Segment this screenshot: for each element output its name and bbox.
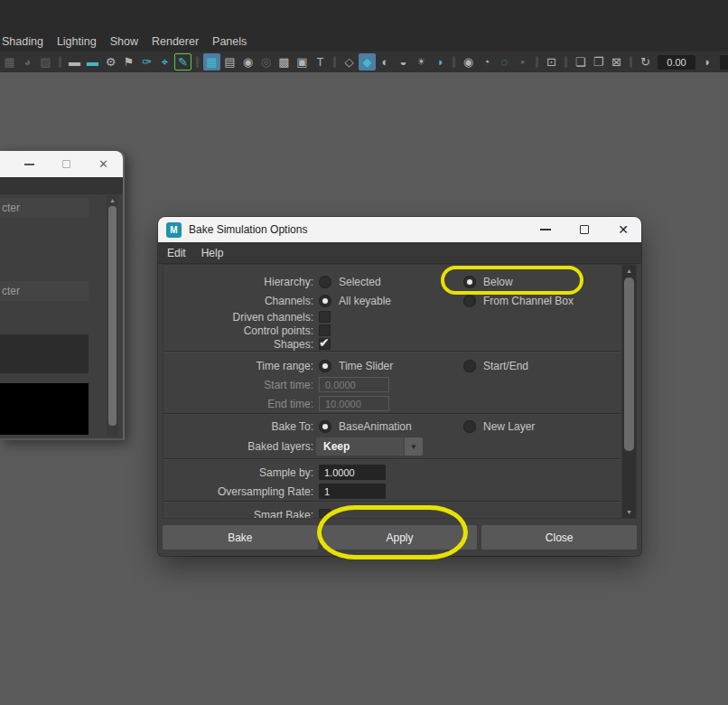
shapes-label: Shapes: [163, 338, 319, 351]
menu-edit[interactable]: Edit [167, 247, 186, 259]
smooth-shade-icon[interactable]: ◆ [359, 53, 376, 70]
menu-show[interactable]: Show [110, 35, 138, 48]
exposure-field[interactable]: 0.00 [658, 55, 695, 70]
hierarchy-selected-label[interactable]: Selected [339, 276, 381, 288]
channels-row: Channels: All keyable From Channel Box [163, 291, 621, 310]
plate-icon[interactable]: ▪ [514, 53, 531, 70]
snapshot-icon[interactable]: ❏ [572, 53, 589, 70]
bake-to-row: Bake To: BaseAnimation New Layer [163, 417, 621, 436]
shadows-icon[interactable]: ◑ [431, 53, 448, 70]
new-layer-radio[interactable] [463, 420, 476, 433]
scroll-down-icon[interactable]: ▼ [622, 509, 636, 515]
apply-button[interactable]: Apply [322, 525, 478, 550]
time-slider-radio[interactable] [319, 360, 331, 372]
base-animation-radio[interactable] [319, 420, 331, 433]
bake-button[interactable]: Bake [163, 525, 318, 550]
gradient-icon[interactable]: ▨ [37, 53, 54, 70]
pan-zoom-icon[interactable]: ⌖ [156, 53, 173, 70]
gamma-icon[interactable]: ◗ [699, 53, 716, 70]
menu-renderer[interactable]: Renderer [152, 35, 199, 48]
dialog-titlebar[interactable]: M Bake Simulation Options ✕ [158, 217, 641, 242]
lock-camera-icon[interactable]: ▬ [84, 53, 101, 70]
close-icon[interactable]: ✕ [98, 158, 108, 170]
camera-attributes-icon[interactable]: ⚙ [102, 53, 119, 70]
menu-lighting[interactable]: Lighting [57, 35, 97, 48]
motion-blur-icon[interactable]: ◔ [478, 53, 495, 70]
bake-simulation-options-dialog: M Bake Simulation Options ✕ Edit Help Hi… [158, 217, 641, 556]
left-window-scrollbar[interactable]: ▲ [107, 195, 118, 436]
close-button[interactable]: Close [481, 525, 637, 550]
menu-panels[interactable]: Panels [212, 35, 247, 48]
layer-copy-icon[interactable]: ❐ [590, 53, 607, 70]
color-swatch-black[interactable] [0, 383, 89, 435]
gamma-field[interactable]: 1.00 [720, 55, 728, 70]
scroll-up-icon[interactable]: ▲ [622, 268, 636, 274]
textured-icon[interactable]: ◐ [377, 53, 394, 70]
below-option[interactable]: Below [483, 276, 513, 288]
base-animation-label[interactable]: BaseAnimation [339, 420, 412, 433]
field-chart-icon[interactable]: ▩ [275, 53, 293, 70]
all-keyable-label[interactable]: All keyable [339, 295, 391, 307]
all-keyable-radio[interactable] [319, 295, 331, 307]
bake-to-label: Bake To: [163, 420, 319, 433]
baked-layers-dropdown[interactable]: Keep ▼ [316, 437, 423, 456]
from-channel-box-radio[interactable] [463, 295, 476, 307]
occlusion-icon[interactable]: ◉ [460, 53, 477, 70]
baked-layers-value[interactable]: Keep [316, 437, 404, 456]
panes-icon[interactable]: ▦ [1, 53, 18, 70]
left-window-body: cter cter ▲ [0, 194, 123, 438]
left-window: ✕ cter cter ▲ [0, 151, 125, 440]
scroll-thumb[interactable] [624, 277, 634, 451]
start-end-radio[interactable] [463, 360, 476, 372]
fit-view-icon[interactable]: ⊠ [608, 53, 625, 70]
start-time-field: 0.0000 [319, 377, 389, 392]
minimize-icon[interactable] [24, 164, 34, 165]
resolution-gate-icon[interactable]: ◉ [239, 53, 257, 70]
chevron-down-icon[interactable]: ▼ [404, 437, 423, 456]
isolate-select-icon[interactable]: ⊡ [543, 53, 560, 70]
name-field[interactable]: cter [0, 198, 89, 218]
dialog-title: Bake Simulation Options [189, 223, 307, 236]
left-window-menustrip [0, 177, 123, 194]
dialog-scrollbar[interactable]: ▲ ▼ [621, 265, 636, 518]
close-icon[interactable]: ✕ [618, 223, 629, 236]
driven-channels-checkbox[interactable] [319, 311, 331, 323]
hierarchy-selected-radio[interactable] [319, 276, 331, 288]
lighting-icon[interactable]: ☀ [413, 53, 430, 70]
smart-bake-checkbox[interactable] [319, 509, 331, 518]
checker-shade-icon[interactable]: ◒ [395, 53, 412, 70]
safe-action-icon[interactable]: ▣ [294, 53, 311, 70]
maximize-icon[interactable] [62, 160, 70, 168]
sample-by-label: Sample by: [163, 466, 319, 479]
time-range-row: Time range: Time Slider Start/End [163, 356, 621, 375]
minimize-icon[interactable] [540, 229, 551, 230]
grid-icon[interactable]: ▦ [203, 53, 220, 70]
oversampling-rate-field[interactable]: 1 [319, 484, 386, 499]
hierarchy-below-radio[interactable] [463, 276, 476, 288]
scroll-thumb[interactable] [108, 206, 117, 426]
color-swatch-dark[interactable] [0, 334, 89, 373]
name-field[interactable]: cter [0, 281, 89, 301]
from-channel-box-label[interactable]: From Channel Box [483, 295, 574, 307]
shapes-checkbox[interactable]: ✔ [319, 338, 331, 350]
menu-shading[interactable]: Shading [2, 35, 43, 48]
grease-pencil-icon[interactable]: ✎ [174, 53, 191, 70]
camera-icon[interactable]: ▬ [66, 53, 83, 70]
maximize-icon[interactable] [580, 225, 589, 234]
time-slider-label[interactable]: Time Slider [339, 360, 393, 372]
pie-icon[interactable]: ◕ [19, 53, 36, 70]
exposure-icon[interactable]: ↻ [637, 53, 654, 70]
gate-mask-icon[interactable]: ◎ [257, 53, 275, 70]
start-end-label[interactable]: Start/End [483, 360, 528, 372]
sample-by-field[interactable]: 1.0000 [319, 465, 386, 480]
film-gate-icon[interactable]: ▤ [221, 53, 238, 70]
toolbar-separator [565, 56, 567, 68]
image-plane-icon[interactable]: ✑ [138, 53, 155, 70]
bookmark-icon[interactable]: ⚑ [120, 53, 137, 70]
scroll-up-icon[interactable]: ▲ [107, 195, 118, 205]
new-layer-label[interactable]: New Layer [483, 420, 535, 433]
menu-help[interactable]: Help [201, 247, 224, 259]
multisample-icon[interactable]: ◌ [496, 53, 513, 70]
safe-title-icon[interactable]: T [312, 53, 329, 70]
wireframe-icon[interactable]: ◇ [341, 53, 358, 70]
